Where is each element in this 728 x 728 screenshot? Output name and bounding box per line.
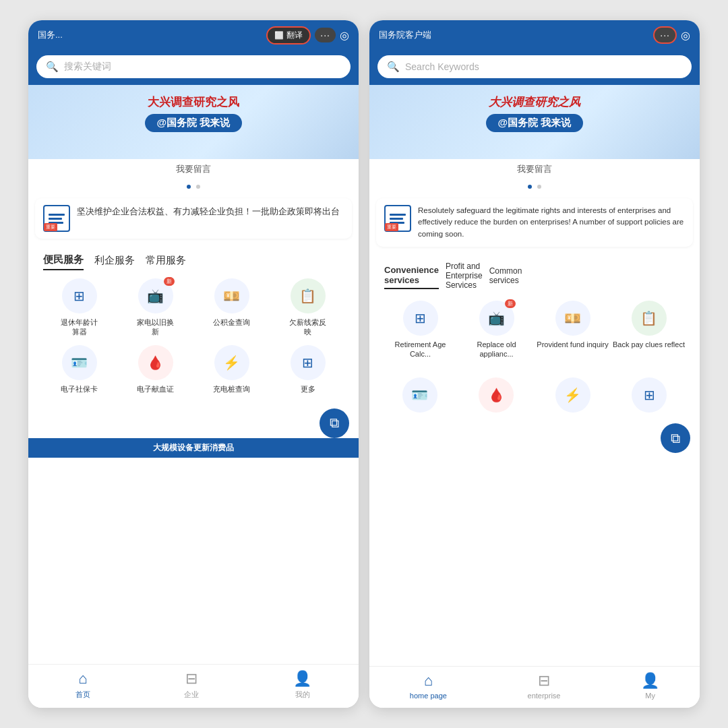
right-service-appliance[interactable]: 📺 新 Replace old applianc... xyxy=(460,301,533,359)
right-search-wrap: 🔍 Search Keywords xyxy=(369,50,700,85)
icon-line-2 xyxy=(49,218,62,220)
left-news-card[interactable]: 重要 坚决维护企业合法权益、有力减轻企业负担！一批助企政策即将出台 xyxy=(35,198,352,239)
right-service-appliance-icon-wrap: 📺 新 xyxy=(479,301,514,336)
service-blood-icon: 🩸 xyxy=(147,355,164,371)
right-tab-conv-label: Convenienceservices xyxy=(384,265,439,285)
right-nav-profile[interactable]: 👤 My xyxy=(641,672,659,700)
right-banner[interactable]: 大兴调查研究之风 @国务院 我来说 xyxy=(369,85,700,159)
left-dots-button[interactable]: ··· xyxy=(315,28,336,42)
service-provident-icon-wrap: 💴 xyxy=(214,278,249,313)
left-target-icon: ◎ xyxy=(340,29,349,42)
right-status-center: ··· ◎ xyxy=(653,26,690,44)
right-nav-enterprise[interactable]: ⊟ enterprise xyxy=(528,672,561,700)
left-search-bar[interactable]: 🔍 搜索关键词 xyxy=(36,55,351,78)
service-backpay[interactable]: 📋 欠薪线索反映 xyxy=(272,278,344,337)
service-social-card-label: 电子社保卡 xyxy=(61,384,98,394)
right-tab-convenience[interactable]: Convenienceservices xyxy=(384,265,439,289)
right-search-placeholder: Search Keywords xyxy=(405,61,479,72)
left-news-icon: 重要 xyxy=(43,205,70,232)
right-banner-title: 大兴调查研究之风 xyxy=(380,94,689,110)
right-status-bar: 国务院客户端 ··· ◎ xyxy=(369,20,700,50)
left-nav-profile-icon: 👤 xyxy=(293,670,311,688)
right-tab-common[interactable]: Commonservices xyxy=(489,266,522,288)
right-news-card[interactable]: 重要 Resolutely safeguard the legitimate r… xyxy=(376,198,693,247)
right-service-retirement[interactable]: ⊞ Retirement Age Calc... xyxy=(384,301,456,359)
service-retirement[interactable]: ⊞ 退休年龄计算器 xyxy=(43,278,115,337)
translate-label: 翻译 xyxy=(286,30,303,41)
left-nav-home-label: 首页 xyxy=(75,690,90,700)
left-dots-icon: ··· xyxy=(320,30,330,40)
right-service-provident-label: Provident fund inquiry xyxy=(537,340,608,349)
service-blood-label: 电子献血证 xyxy=(137,384,174,394)
service-social-card-icon: 🪪 xyxy=(71,355,88,371)
right-service-backpay[interactable]: 📋 Back pay clues reflect xyxy=(613,301,685,359)
left-update-bar: 大规模设备更新消费品 xyxy=(28,438,359,458)
right-tab-ent-label: Profit andEnterpriseServices xyxy=(446,262,483,290)
right-service-retirement-icon-wrap: ⊞ xyxy=(403,301,438,336)
right-service-backpay-label: Back pay clues reflect xyxy=(613,340,685,349)
right-banner-footer[interactable]: 我要留言 xyxy=(369,159,700,177)
left-float-button[interactable]: ⧉ xyxy=(320,408,349,438)
right-important-badge: 重要 xyxy=(385,223,398,231)
right-service-blood-cell[interactable]: 🩸 xyxy=(461,377,533,413)
service-provident[interactable]: 💴 公积金查询 xyxy=(195,278,268,337)
service-charger[interactable]: ⚡ 充电桩查询 xyxy=(195,345,268,394)
service-appliance-icon: 📺 xyxy=(147,288,164,304)
service-appliance-icon-wrap: 📺 新 xyxy=(138,278,173,313)
right-news-icon: 重要 xyxy=(384,205,411,232)
right-services-section: Convenienceservices Profit andEnterprise… xyxy=(376,255,693,366)
service-social-card[interactable]: 🪪 电子社保卡 xyxy=(43,345,115,394)
right-tab-enterprise[interactable]: Profit andEnterpriseServices xyxy=(446,262,483,293)
translate-icon: ⬜ xyxy=(274,31,284,40)
service-retirement-icon-wrap: ⊞ xyxy=(62,278,97,313)
right-nav-home-label: home page xyxy=(410,692,447,700)
icon-line-1 xyxy=(49,214,65,216)
service-blood[interactable]: 🩸 电子献血证 xyxy=(119,345,191,394)
left-search-placeholder: 搜索关键词 xyxy=(64,61,111,73)
service-appliance[interactable]: 📺 新 家电以旧换新 xyxy=(119,278,191,337)
right-nav-enterprise-icon: ⊟ xyxy=(538,672,550,690)
right-bottom-nav: ⌂ home page ⊟ enterprise 👤 My xyxy=(369,666,700,708)
service-backpay-label: 欠薪线索反映 xyxy=(289,317,326,337)
left-nav-profile[interactable]: 👤 我的 xyxy=(293,670,311,700)
right-phone: 国务院客户端 ··· ◎ 🔍 Search Keywords 大兴调查研究之风 … xyxy=(369,20,700,708)
left-services-tabs: 便民服务 利企服务 常用服务 xyxy=(43,253,344,270)
translate-button[interactable]: ⬜ 翻译 xyxy=(266,26,311,44)
right-service-charger-cell[interactable]: ⚡ xyxy=(537,377,609,413)
right-services-grid: ⊞ Retirement Age Calc... 📺 新 Replace old… xyxy=(384,301,685,359)
right-services-row2: 🪪 🩸 ⚡ ⊞ xyxy=(376,372,693,418)
service-backpay-icon: 📋 xyxy=(299,288,316,304)
left-nav-enterprise[interactable]: ⊟ 企业 xyxy=(184,670,199,700)
right-float-button[interactable]: ⧉ xyxy=(661,423,690,453)
left-nav-home[interactable]: ⌂ 首页 xyxy=(75,670,90,700)
right-service-backpay-icon: 📋 xyxy=(640,310,657,326)
left-banner-footer[interactable]: 我要留言 xyxy=(28,159,359,177)
service-retirement-label: 退休年龄计算器 xyxy=(61,317,98,337)
right-dots-button[interactable]: ··· xyxy=(653,26,677,44)
right-nav-enterprise-label: enterprise xyxy=(528,692,561,700)
right-search-icon: 🔍 xyxy=(387,61,400,73)
right-service-charger-icon-wrap: ⚡ xyxy=(555,377,590,413)
left-important-badge: 重要 xyxy=(44,223,57,231)
service-more[interactable]: ⊞ 更多 xyxy=(272,345,344,394)
service-charger-icon-wrap: ⚡ xyxy=(214,345,249,380)
right-nav-home[interactable]: ⌂ home page xyxy=(410,672,447,700)
right-service-appliance-label: Replace old applianc... xyxy=(460,340,533,359)
left-news-text: 坚决维护企业合法权益、有力减轻企业负担！一批助企政策即将出台 xyxy=(77,205,340,218)
service-provident-label: 公积金查询 xyxy=(213,317,250,327)
right-service-social-card[interactable]: 🪪 xyxy=(384,377,456,413)
dot-active xyxy=(187,185,191,189)
right-service-provident[interactable]: 💴 Provident fund inquiry xyxy=(537,301,609,359)
left-nav-enterprise-icon: ⊟ xyxy=(185,670,198,688)
right-search-bar[interactable]: 🔍 Search Keywords xyxy=(377,55,692,78)
right-service-more-cell[interactable]: ⊞ xyxy=(614,377,686,413)
right-service-provident-icon: 💴 xyxy=(564,310,581,326)
left-banner[interactable]: 大兴调查研究之风 @国务院 我来说 xyxy=(28,85,359,159)
service-appliance-new-badge: 新 xyxy=(164,277,175,286)
service-more-icon-wrap: ⊞ xyxy=(291,345,326,380)
right-service-more-icon-2: ⊞ xyxy=(644,387,655,403)
right-tab-com-label: Commonservices xyxy=(489,266,522,285)
left-tab-enterprise[interactable]: 利企服务 xyxy=(94,254,135,270)
left-tab-convenience[interactable]: 便民服务 xyxy=(43,253,84,270)
left-tab-common[interactable]: 常用服务 xyxy=(146,254,186,270)
